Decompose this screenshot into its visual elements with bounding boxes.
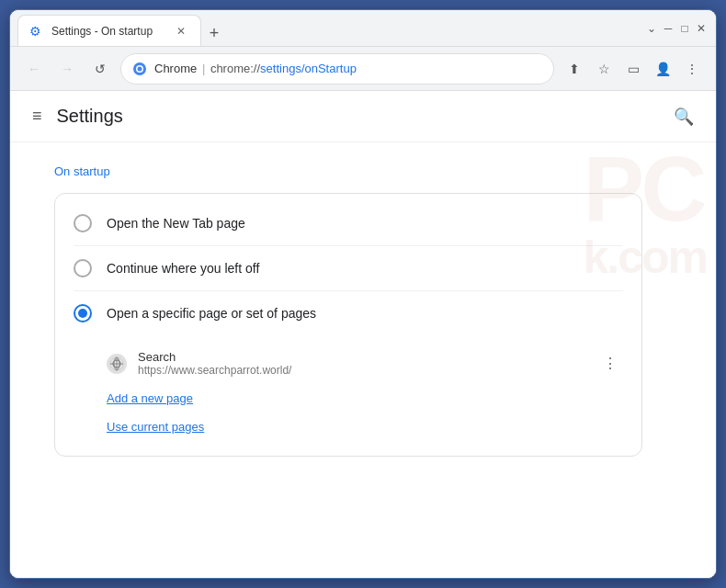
sub-options: Search https://www.searchparrot.world/ ⋮… (55, 335, 641, 448)
address-bar: ← → ↺ Chrome | chrome://settings/onStart… (10, 47, 716, 91)
browser-window: ⚙ Settings - On startup ✕ + ⌄ ─ □ ✕ ← → … (9, 9, 717, 579)
hamburger-menu-icon[interactable]: ≡ (32, 107, 42, 126)
startup-site-row: Search https://www.searchparrot.world/ ⋮ (107, 343, 623, 384)
radio-new-tab[interactable] (74, 214, 92, 232)
option-specific[interactable]: Open a specific page or set of pages (55, 291, 641, 335)
tab-favicon-icon: ⚙ (29, 24, 44, 39)
options-card: Open the New Tab page Continue where you… (54, 193, 642, 457)
radio-inner-dot (78, 309, 87, 318)
search-icon[interactable]: 🔍 (674, 107, 694, 127)
active-tab[interactable]: ⚙ Settings - On startup ✕ (17, 15, 201, 46)
url-bar[interactable]: Chrome | chrome://settings/onStartup (120, 53, 554, 85)
site-url: https://www.searchparrot.world/ (138, 364, 586, 377)
minimize-button[interactable]: ─ (661, 21, 675, 36)
add-new-page-link[interactable]: Add a new page (107, 384, 623, 413)
new-tab-button[interactable]: + (201, 20, 227, 46)
bookmark-button[interactable]: ☆ (591, 56, 617, 82)
maximize-button[interactable]: □ (677, 21, 692, 36)
radio-continue[interactable] (74, 259, 92, 277)
option-continue-label: Continue where you left off (107, 261, 259, 276)
radio-specific[interactable] (74, 304, 92, 322)
settings-title-area: ≡ Settings (32, 106, 123, 127)
option-specific-label: Open a specific page or set of pages (107, 306, 316, 321)
option-continue[interactable]: Continue where you left off (55, 246, 641, 290)
tab-title: Settings - On startup (51, 25, 165, 38)
title-bar: ⚙ Settings - On startup ✕ + ⌄ ─ □ ✕ (10, 10, 716, 47)
url-text: Chrome | chrome://settings/onStartup (154, 62, 542, 75)
forward-button[interactable]: → (54, 56, 80, 82)
use-current-pages-link[interactable]: Use current pages (107, 413, 623, 441)
address-bar-icons: ⬆ ☆ ▭ 👤 ⋮ (562, 56, 705, 82)
window-controls: ⌄ ─ □ ✕ (644, 21, 709, 36)
tab-area: ⚙ Settings - On startup ✕ + (17, 10, 637, 46)
settings-header: ≡ Settings 🔍 (10, 91, 716, 142)
site-more-button[interactable]: ⋮ (597, 351, 623, 377)
sidebar-button[interactable]: ▭ (620, 56, 646, 82)
dropdown-icon[interactable]: ⌄ (644, 21, 659, 36)
option-new-tab-label: Open the New Tab page (107, 216, 245, 231)
share-button[interactable]: ⬆ (562, 56, 587, 82)
close-button[interactable]: ✕ (694, 21, 709, 36)
back-button[interactable]: ← (21, 56, 47, 82)
refresh-button[interactable]: ↺ (87, 56, 113, 82)
menu-button[interactable]: ⋮ (679, 56, 705, 82)
svg-point-2 (138, 66, 142, 71)
option-new-tab[interactable]: Open the New Tab page (55, 201, 641, 245)
page-content: ≡ Settings 🔍 PC k.com On startup Open th… (10, 91, 716, 578)
settings-body: PC k.com On startup Open the New Tab pag… (10, 142, 716, 479)
tab-close-button[interactable]: ✕ (173, 23, 189, 40)
profile-button[interactable]: 👤 (650, 56, 675, 82)
chrome-logo-icon (132, 62, 147, 76)
section-label: On startup (54, 164, 672, 178)
site-info: Search https://www.searchparrot.world/ (138, 350, 586, 377)
site-favicon-icon (107, 354, 127, 374)
site-name: Search (138, 350, 586, 364)
page-title: Settings (57, 106, 123, 127)
